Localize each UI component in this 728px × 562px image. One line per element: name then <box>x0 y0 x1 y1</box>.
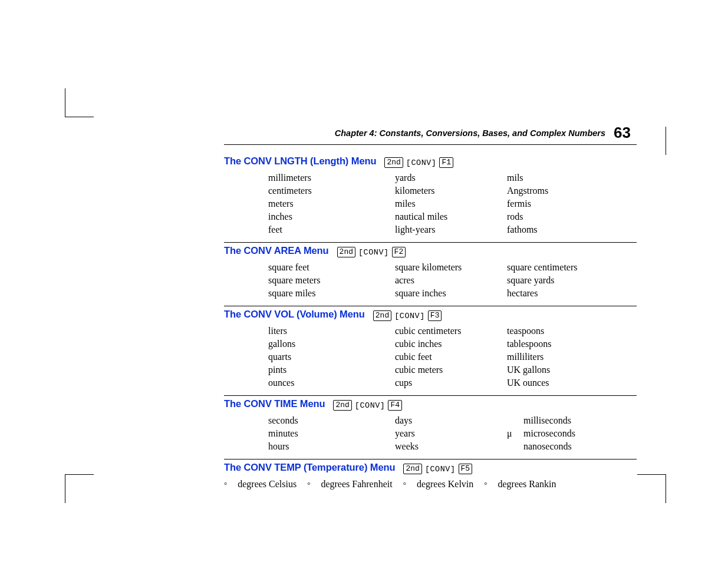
unit-item: cubic inches <box>395 338 507 351</box>
section-header-area: The CONV AREA Menu 2nd [CONV] F2 <box>224 245 637 257</box>
unit-item: rods <box>507 210 613 223</box>
unit-item: nanoseconds <box>523 440 572 453</box>
section-title: The CONV TIME Menu <box>224 398 325 409</box>
unit-prefix <box>507 414 523 427</box>
key-f3: F3 <box>428 310 442 321</box>
key-sequence: 2nd [CONV] F2 <box>337 247 406 257</box>
unit-item: milliseconds <box>523 414 571 427</box>
key-conv: [CONV] <box>355 401 386 410</box>
unit-item: minutes <box>268 427 395 440</box>
unit-item: cubic centimeters <box>395 325 507 338</box>
unit-item: inches <box>268 210 395 223</box>
unit-item: Angstroms <box>507 184 613 197</box>
key-2nd: 2nd <box>384 157 403 168</box>
unit-item: square centimeters <box>507 261 613 274</box>
unit-item: meters <box>268 197 395 210</box>
unit-item: millimeters <box>268 171 395 184</box>
unit-item: degrees Rankin <box>498 478 556 491</box>
degree-symbol: ° <box>224 478 227 491</box>
section-rule <box>224 242 637 243</box>
key-conv: [CONV] <box>358 248 389 257</box>
section-header-temperature: The CONV TEMP (Temperature) Menu 2nd [CO… <box>224 462 637 474</box>
key-conv: [CONV] <box>406 158 437 167</box>
unit-item: UK ounces <box>507 376 613 389</box>
header-rule <box>224 144 637 145</box>
unit-item: mils <box>507 171 613 184</box>
chapter-title: Chapter 4: Constants, Conversions, Bases… <box>335 128 605 138</box>
unit-item: cubic feet <box>395 351 507 363</box>
unit-item: miles <box>395 197 507 210</box>
section-rule <box>224 306 637 306</box>
running-header: Chapter 4: Constants, Conversions, Bases… <box>224 124 637 142</box>
unit-item: square inches <box>395 287 507 300</box>
unit-item: milliliters <box>507 351 613 363</box>
unit-item: gallons <box>268 338 395 351</box>
unit-item: kilometers <box>395 184 507 197</box>
unit-item: square meters <box>268 274 395 287</box>
key-sequence: 2nd [CONV] F5 <box>403 464 472 474</box>
unit-item: tablespoons <box>507 338 613 351</box>
key-f5: F5 <box>459 464 473 474</box>
key-2nd: 2nd <box>333 400 351 411</box>
section-header-volume: The CONV VOL (Volume) Menu 2nd [CONV] F3 <box>224 309 637 321</box>
unit-item: square feet <box>268 261 395 274</box>
unit-item: centimeters <box>268 184 395 197</box>
degree-symbol: ° <box>484 478 487 491</box>
unit-item: microseconds <box>523 427 575 440</box>
unit-item: fermis <box>507 197 613 210</box>
key-f4: F4 <box>388 400 402 411</box>
unit-prefix <box>507 440 523 453</box>
unit-item: seconds <box>268 414 395 427</box>
section-title: The CONV TEMP (Temperature) Menu <box>224 462 395 473</box>
unit-item: teaspoons <box>507 325 613 338</box>
unit-item: fathoms <box>507 223 613 236</box>
unit-item: feet <box>268 223 395 236</box>
section-header-length: The CONV LNGTH (Length) Menu 2nd [CONV] … <box>224 156 637 168</box>
unit-item: degrees Fahrenheit <box>321 478 392 491</box>
unit-item: square kilometers <box>395 261 507 274</box>
key-conv: [CONV] <box>425 465 456 474</box>
unit-prefix: μ <box>507 427 523 440</box>
page-number: 63 <box>614 124 631 141</box>
unit-item: degrees Kelvin <box>417 478 473 491</box>
degree-symbol: ° <box>403 478 406 491</box>
unit-item: acres <box>395 274 507 287</box>
area-units-grid: square feet square meters square miles s… <box>224 259 637 303</box>
crop-mark-bottom-left <box>65 474 94 503</box>
unit-item: UK gallons <box>507 363 613 376</box>
key-2nd: 2nd <box>337 247 355 257</box>
unit-item: cups <box>395 376 507 389</box>
crop-mark-top-left <box>65 88 94 117</box>
key-sequence: 2nd [CONV] F3 <box>373 310 442 321</box>
unit-item: ounces <box>268 376 395 389</box>
key-sequence: 2nd [CONV] F1 <box>384 157 453 168</box>
unit-item: hectares <box>507 287 613 300</box>
key-f1: F1 <box>439 157 453 168</box>
unit-item: hours <box>268 440 395 453</box>
key-f2: F2 <box>392 247 406 257</box>
unit-item: square yards <box>507 274 613 287</box>
page-container: Chapter 4: Constants, Conversions, Bases… <box>0 0 728 562</box>
unit-item: square miles <box>268 287 395 300</box>
section-title: The CONV LNGTH (Length) Menu <box>224 156 376 167</box>
key-sequence: 2nd [CONV] F4 <box>333 400 402 411</box>
unit-item: liters <box>268 325 395 338</box>
unit-item: cubic meters <box>395 363 507 376</box>
volume-units-grid: liters gallons quarts pints ounces cubic… <box>224 322 637 393</box>
section-rule <box>224 459 637 459</box>
key-conv: [CONV] <box>394 312 425 320</box>
section-rule <box>224 395 637 396</box>
unit-item: nautical miles <box>395 210 507 223</box>
unit-item: degrees Celsius <box>238 478 297 491</box>
temperature-units-grid: ° degrees Celsius ° degrees Fahrenheit °… <box>224 475 637 495</box>
crop-mark-top-right <box>666 127 666 155</box>
unit-item: days <box>395 414 507 427</box>
key-2nd: 2nd <box>373 310 391 321</box>
unit-item: weeks <box>395 440 507 453</box>
content-area: Chapter 4: Constants, Conversions, Bases… <box>224 124 637 495</box>
key-2nd: 2nd <box>403 464 421 474</box>
time-units-grid: seconds minutes hours days years weeks m… <box>224 412 637 457</box>
unit-item: light-years <box>395 223 507 236</box>
unit-item: years <box>395 427 507 440</box>
length-units-grid: millimeters centimeters meters inches fe… <box>224 169 637 240</box>
